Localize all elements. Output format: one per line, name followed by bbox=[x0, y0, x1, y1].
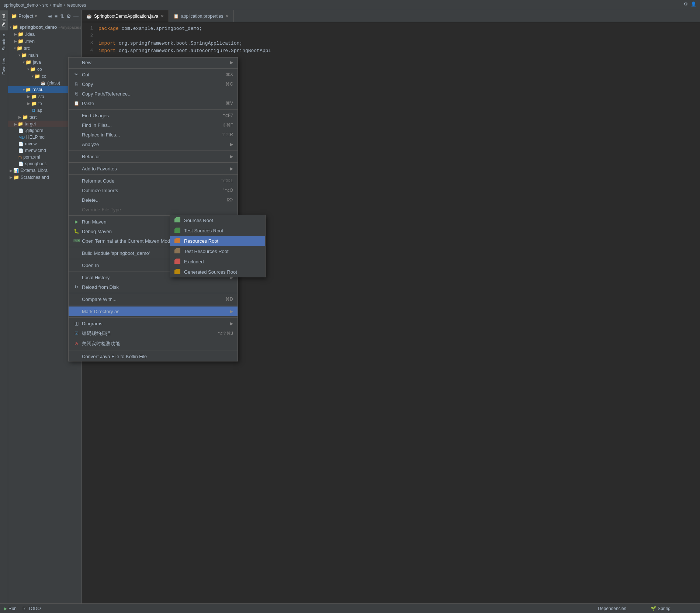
cut-icon: ✂ bbox=[73, 72, 80, 77]
separator-2 bbox=[69, 109, 238, 110]
copy-path-icon: ⎘ bbox=[73, 91, 80, 96]
submenu-test-sources-root[interactable]: Test Sources Root bbox=[170, 225, 265, 236]
collapse-icon[interactable]: ≡ bbox=[55, 13, 58, 19]
context-menu: New ▶ ✂ Cut ⌘X ⎘ Copy ⌘C ⎘ Copy Path/Ref… bbox=[68, 57, 238, 361]
settings-icon[interactable]: ⚙ bbox=[684, 1, 688, 7]
separator-13 bbox=[69, 350, 238, 350]
menu-item-paste[interactable]: 📋 Paste ⌘V bbox=[69, 98, 238, 108]
menu-item-copy-path[interactable]: ⎘ Copy Path/Reference... bbox=[69, 89, 238, 98]
menu-item-optimize-imports[interactable]: Optimize Imports ^⌥O bbox=[69, 186, 238, 195]
structure-tab[interactable]: Structure bbox=[0, 30, 8, 54]
editor-tabs: ☕ SpringbootDemoApplication.java ✕ 📋 app… bbox=[82, 10, 700, 22]
tree-item-mvn[interactable]: ▶ 📁 .mvn bbox=[8, 38, 82, 45]
run-maven-icon: ▶ bbox=[73, 219, 80, 224]
test-sources-root-icon bbox=[174, 228, 181, 233]
user-icon[interactable]: 👤 bbox=[691, 1, 696, 7]
submenu-test-resources-root[interactable]: Test Resources Root bbox=[170, 246, 265, 256]
tab-application-props[interactable]: 📋 application.properties ✕ bbox=[169, 10, 234, 22]
breadcrumb-bar: springboot_demo › src › main › resources… bbox=[0, 0, 700, 10]
code-line-2: 2 bbox=[82, 33, 700, 41]
breadcrumb-item-2[interactable]: src bbox=[42, 3, 48, 8]
tab-close-java[interactable]: ✕ bbox=[160, 14, 164, 19]
run-button[interactable]: ▶ Run bbox=[4, 606, 17, 611]
breadcrumb-item-1[interactable]: springboot_demo bbox=[4, 3, 38, 8]
submenu-sources-root[interactable]: Sources Root bbox=[170, 215, 265, 225]
code-rules-icon: ☑ bbox=[73, 331, 80, 336]
submenu-generated-sources-root[interactable]: Generated Sources Root bbox=[170, 267, 265, 277]
realtime-icon: ⊘ bbox=[73, 341, 80, 346]
todo-icon: ☑ bbox=[22, 606, 27, 611]
project-header: 📁 Project ▾ ⊕ ≡ ⇅ ⚙ — bbox=[8, 10, 82, 22]
tab-close-props[interactable]: ✕ bbox=[225, 14, 229, 19]
menu-item-find-in-files[interactable]: Find in Files... ⇧⌘F bbox=[69, 120, 238, 130]
menu-item-add-favorites[interactable]: Add to Favorites ▶ bbox=[69, 164, 238, 173]
breadcrumb-item-4[interactable]: resources bbox=[67, 3, 86, 8]
submenu-resources-root[interactable]: Resources Root bbox=[170, 236, 265, 246]
menu-item-replace-in-files[interactable]: Replace in Files... ⇧⌘R bbox=[69, 130, 238, 139]
terminal-icon: ⌨ bbox=[73, 238, 80, 243]
reload-icon: ↻ bbox=[73, 284, 80, 290]
submenu-excluded[interactable]: Excluded bbox=[170, 256, 265, 267]
menu-item-realtime-detect[interactable]: ⊘ 关闭实时检测功能 bbox=[69, 339, 238, 349]
copy-icon: ⎘ bbox=[73, 82, 80, 87]
tree-item-idea[interactable]: ▶ 📁 .idea bbox=[8, 31, 82, 38]
project-title: 📁 Project ▾ bbox=[11, 13, 48, 19]
menu-item-reformat[interactable]: Reformat Code ⌥⌘L bbox=[69, 176, 238, 186]
minimize-icon[interactable]: — bbox=[73, 13, 79, 19]
tree-item-src[interactable]: ▾ 📁 src bbox=[8, 45, 82, 52]
dependencies-button[interactable]: Dependencies bbox=[598, 606, 626, 611]
menu-item-analyze[interactable]: Analyze ▶ bbox=[69, 139, 238, 149]
breadcrumb-item-3[interactable]: main bbox=[53, 3, 62, 8]
separator-11 bbox=[69, 305, 238, 305]
menu-item-refactor[interactable]: Refactor ▶ bbox=[69, 152, 238, 161]
menu-item-override-file-type: Override File Type bbox=[69, 205, 238, 214]
menu-item-reload-disk[interactable]: ↻ Reload from Disk bbox=[69, 282, 238, 292]
menu-item-copy[interactable]: ⎘ Copy ⌘C bbox=[69, 79, 238, 89]
menu-item-convert-java[interactable]: Convert Java File to Kotlin File bbox=[69, 351, 238, 361]
separator-3 bbox=[69, 150, 238, 150]
top-right-toolbar: ⚙ 👤 bbox=[684, 1, 696, 7]
project-toolbar: ⊕ ≡ ⇅ ⚙ — bbox=[48, 13, 79, 19]
menu-item-find-usages[interactable]: Find Usages ⌥F7 bbox=[69, 111, 238, 120]
diagrams-icon: ◫ bbox=[73, 321, 80, 326]
tab-springboot-java[interactable]: ☕ SpringbootDemoApplication.java ✕ bbox=[82, 10, 169, 22]
debug-maven-icon: 🐛 bbox=[73, 229, 80, 234]
expand-icon[interactable]: ⇅ bbox=[60, 13, 64, 19]
separator-12 bbox=[69, 317, 238, 318]
side-tabs-left: Project Structure Favorites bbox=[0, 10, 8, 613]
separator-10 bbox=[69, 293, 238, 293]
menu-item-mark-directory[interactable]: Mark Directory as ▶ bbox=[69, 306, 238, 316]
run-icon: ▶ bbox=[4, 606, 7, 611]
excluded-icon bbox=[174, 259, 181, 264]
code-line-1: 1 package com.example.springboot_demo; bbox=[82, 26, 700, 33]
spring-button[interactable]: 🌱 Spring bbox=[651, 606, 670, 611]
menu-item-code-rules[interactable]: ☑ 编码规约扫描 ⌥⇧⌘J bbox=[69, 328, 238, 339]
dropdown-arrow[interactable]: ▾ bbox=[35, 13, 37, 19]
separator-1 bbox=[69, 68, 238, 69]
menu-item-diagrams[interactable]: ◫ Diagrams ▶ bbox=[69, 319, 238, 328]
todo-button[interactable]: ☑ TODO bbox=[22, 606, 41, 611]
menu-item-delete[interactable]: Delete... ⌦ bbox=[69, 195, 238, 205]
separator-5 bbox=[69, 174, 238, 175]
separator-4 bbox=[69, 162, 238, 163]
paste-icon: 📋 bbox=[73, 101, 80, 106]
code-line-3: 3 import org.springframework.boot.Spring… bbox=[82, 41, 700, 48]
project-tab[interactable]: Project bbox=[0, 10, 8, 30]
resources-root-icon bbox=[174, 238, 181, 244]
spring-icon: 🌱 bbox=[651, 606, 656, 611]
settings-gear-icon[interactable]: ⚙ bbox=[66, 13, 71, 19]
sources-root-icon bbox=[174, 217, 181, 223]
menu-item-cut[interactable]: ✂ Cut ⌘X bbox=[69, 70, 238, 79]
generated-sources-root-icon bbox=[174, 269, 181, 275]
tree-item-root[interactable]: ▾ 📁 springboot_demo ~/myspace/springboot… bbox=[8, 24, 82, 31]
test-resources-root-icon bbox=[174, 248, 181, 254]
submenu-mark-directory: Sources Root Test Sources Root Resources… bbox=[170, 215, 266, 277]
project-folder-icon: 📁 bbox=[11, 13, 17, 19]
status-bar: ▶ Run ☑ TODO Dependencies 🌱 Spring bbox=[0, 603, 700, 613]
code-line-4: 4 import org.springframework.boot.autoco… bbox=[82, 48, 700, 55]
menu-item-new[interactable]: New ▶ bbox=[69, 58, 238, 67]
menu-item-compare-with[interactable]: Compare With... ⌘D bbox=[69, 294, 238, 304]
favorites-tab[interactable]: Favorites bbox=[0, 54, 8, 78]
locate-icon[interactable]: ⊕ bbox=[48, 13, 52, 19]
